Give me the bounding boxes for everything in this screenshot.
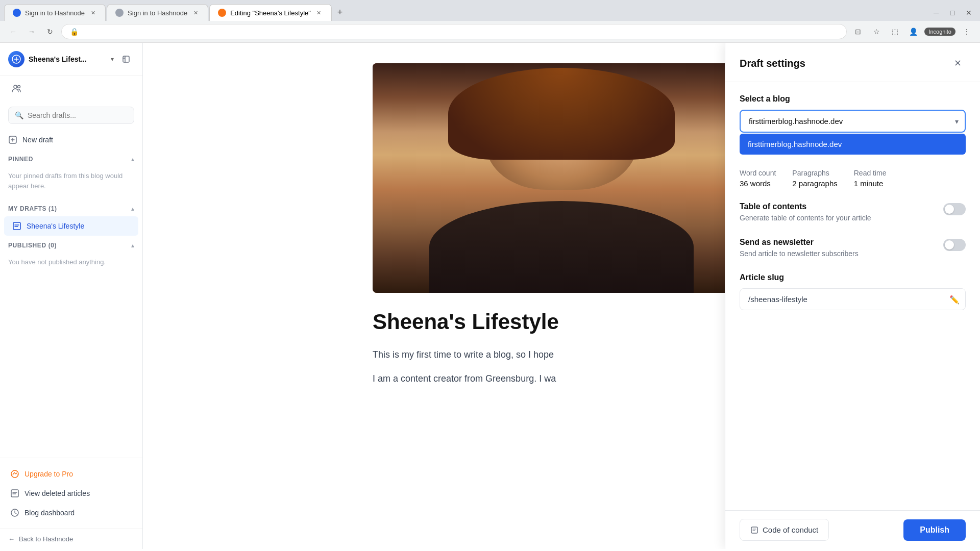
publish-button[interactable]: Publish — [903, 519, 966, 541]
code-of-conduct-button[interactable]: Code of conduct — [740, 519, 829, 541]
blog-dashboard-button[interactable]: Blog dashboard — [4, 503, 138, 522]
dropdown-option[interactable]: firsttimerblog.hashnode.dev — [740, 134, 966, 155]
team-icon[interactable] — [8, 80, 24, 96]
svg-point-2 — [14, 85, 17, 88]
search-box[interactable]: 🔍 — [8, 107, 134, 124]
read-time-stat: Read time 1 minute — [854, 169, 887, 188]
blog-name-label: Sheena's Lifest... — [29, 55, 107, 63]
sidebar-bottom: Upgrade to Pro View deleted articles Blo… — [0, 458, 142, 529]
browser-icons: ⊡ ☆ ⬚ 👤 Incognito ⋮ — [851, 24, 974, 39]
article-slug-label: Article slug — [740, 273, 966, 282]
draft-item-sheenas-lifestyle[interactable]: Sheena's Lifestyle — [4, 216, 138, 236]
tab-3[interactable]: Editing "Sheena's Lifestyle" ✕ — [209, 4, 332, 21]
close-panel-button[interactable]: ✕ — [949, 55, 966, 71]
svg-rect-5 — [13, 222, 20, 230]
tab-bar: Sign in to Hashnode ✕ Sign in to Hashnod… — [0, 0, 980, 21]
slug-input[interactable] — [740, 288, 966, 310]
draft-settings-panel: Draft settings ✕ Select a blog firsttime… — [725, 43, 980, 549]
refresh-button[interactable]: ↻ — [43, 24, 57, 39]
my-drafts-chevron-icon[interactable]: ▴ — [131, 205, 134, 212]
toc-desc: Generate table of contents for your arti… — [740, 213, 943, 223]
published-section-header: PUBLISHED (0) ▴ — [0, 236, 142, 253]
paragraphs-label: Paragraphs — [792, 169, 837, 177]
back-nav-button[interactable]: ← — [6, 24, 20, 39]
newsletter-row: Send as newsletter Send article to newsl… — [740, 238, 966, 259]
paragraphs-stat: Paragraphs 2 paragraphs — [792, 169, 837, 188]
blog-dropdown-icon[interactable]: ▾ — [111, 56, 114, 63]
panel-footer: Code of conduct Publish — [725, 510, 980, 549]
tab-2[interactable]: Sign in to Hashnode ✕ — [107, 4, 208, 21]
bookmark-icon[interactable]: ☆ — [869, 24, 884, 39]
maximize-button[interactable]: □ — [945, 6, 960, 20]
pinned-chevron-icon[interactable]: ▴ — [131, 156, 134, 163]
cover-image — [373, 63, 750, 293]
published-chevron-icon[interactable]: ▴ — [131, 242, 134, 249]
cast-icon[interactable]: ⊡ — [851, 24, 865, 39]
tab-3-favicon — [218, 9, 226, 17]
cover-image-placeholder — [373, 63, 750, 293]
menu-icon[interactable]: ⋮ — [960, 24, 974, 39]
my-drafts-section-header: MY DRAFTS (1) ▴ — [0, 199, 142, 216]
article-slug-section: Article slug ✏️ — [740, 273, 966, 310]
tab-1-close[interactable]: ✕ — [89, 9, 97, 17]
upgrade-label: Upgrade to Pro — [24, 470, 73, 478]
published-section-title: PUBLISHED (0) — [8, 242, 57, 249]
view-deleted-button[interactable]: View deleted articles — [4, 484, 138, 503]
select-blog-label: Select a blog — [740, 94, 966, 104]
view-deleted-label: View deleted articles — [24, 489, 90, 497]
incognito-badge: Incognito — [924, 28, 955, 36]
back-arrow-icon: ← — [8, 535, 15, 543]
minimize-button[interactable]: ─ — [929, 6, 943, 20]
blog-logo — [8, 51, 24, 67]
editor-area: Sheena's Lifestyle This is my first time… — [342, 43, 781, 415]
article-title[interactable]: Sheena's Lifestyle — [373, 309, 750, 335]
back-label: Back to Hashnode — [19, 535, 73, 543]
article-paragraph-2: I am a content creator from Greensburg. … — [373, 371, 750, 387]
publish-label: Publish — [920, 525, 949, 534]
tab-1-favicon — [13, 9, 21, 17]
svg-point-3 — [18, 86, 20, 88]
paragraphs-value: 2 paragraphs — [792, 179, 837, 188]
table-of-contents-info: Table of contents Generate table of cont… — [740, 202, 943, 223]
main-content: Sheena's Lifestyle This is my first time… — [143, 43, 980, 549]
article-body[interactable]: This is my first time to write a blog, s… — [373, 347, 750, 386]
newsletter-title: Send as newsletter — [740, 238, 943, 247]
blog-select[interactable]: firsttimerblog.hashnode.dev — [740, 110, 966, 133]
url-input[interactable]: hashnode.com/draft/657125b819c1a9abc6cab… — [83, 28, 838, 36]
new-tab-sidebar-icon[interactable] — [118, 51, 134, 67]
svg-rect-1 — [123, 56, 129, 62]
blog-dashboard-label: Blog dashboard — [24, 509, 75, 517]
stats-row: Word count 36 words Paragraphs 2 paragra… — [740, 169, 966, 188]
app-layout: Sheena's Lifest... ▾ 🔍 New draft PINNED … — [0, 43, 980, 549]
search-icon: 🔍 — [15, 111, 23, 119]
team-row — [0, 76, 142, 101]
svg-rect-7 — [11, 490, 18, 497]
newsletter-info: Send as newsletter Send article to newsl… — [740, 238, 943, 259]
code-of-conduct-label: Code of conduct — [763, 525, 818, 534]
sidebar: Sheena's Lifest... ▾ 🔍 New draft PINNED … — [0, 43, 143, 549]
panel-content: Select a blog firsttimerblog.hashnode.de… — [725, 82, 980, 510]
draft-name-sheenas-lifestyle: Sheena's Lifestyle — [27, 222, 84, 230]
profile-icon[interactable]: 👤 — [906, 24, 920, 39]
word-count-label: Word count — [740, 169, 776, 177]
toc-toggle[interactable] — [943, 203, 966, 215]
tab-2-close[interactable]: ✕ — [191, 9, 200, 17]
forward-nav-button[interactable]: → — [24, 24, 39, 39]
browser-chrome: Sign in to Hashnode ✕ Sign in to Hashnod… — [0, 0, 980, 43]
extensions-icon[interactable]: ⬚ — [888, 24, 902, 39]
window-close-button[interactable]: ✕ — [962, 6, 976, 20]
blog-select-wrapper: firsttimerblog.hashnode.dev ▾ — [740, 110, 966, 133]
word-count-stat: Word count 36 words — [740, 169, 776, 188]
slug-edit-icon[interactable]: ✏️ — [949, 294, 960, 304]
new-tab-button[interactable]: + — [333, 6, 347, 20]
upgrade-to-pro-button[interactable]: Upgrade to Pro — [4, 464, 138, 484]
tab-1[interactable]: Sign in to Hashnode ✕ — [4, 4, 106, 21]
pinned-section-header: PINNED ▴ — [0, 149, 142, 167]
back-to-hashnode-button[interactable]: ← Back to Hashnode — [0, 529, 142, 549]
new-draft-button[interactable]: New draft — [0, 130, 142, 149]
address-bar[interactable]: 🔒 hashnode.com/draft/657125b819c1a9abc6c… — [61, 24, 847, 39]
tab-3-close[interactable]: ✕ — [315, 9, 323, 17]
my-drafts-section-title: MY DRAFTS (1) — [8, 205, 57, 212]
newsletter-toggle[interactable] — [943, 239, 966, 251]
search-input[interactable] — [28, 111, 128, 119]
